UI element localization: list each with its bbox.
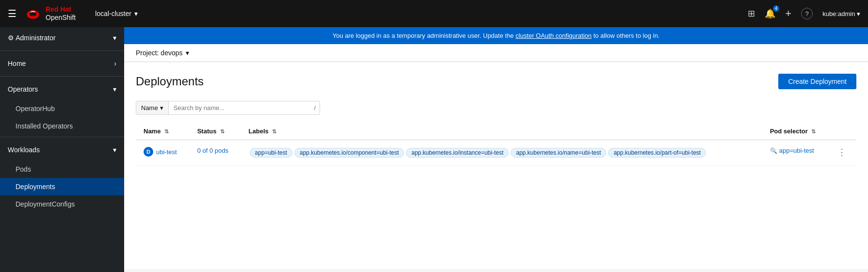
brand-name: Red Hat (46, 5, 76, 14)
operators-chevron-icon: ▾ (113, 85, 116, 93)
notification-badge: 4 (773, 5, 780, 12)
sidebar-item-deploymentconfigs[interactable]: DeploymentConfigs (0, 195, 124, 213)
project-chevron-icon[interactable]: ▾ (186, 49, 189, 57)
filter-bar: Name ▾ / (136, 101, 320, 115)
col-actions (830, 123, 856, 140)
filter-slash: / (310, 101, 320, 114)
sidebar-item-workloads[interactable]: Workloads ▾ (0, 139, 124, 160)
filter-type-selector[interactable]: Name ▾ (136, 101, 169, 114)
redhat-logo-icon (24, 5, 42, 22)
search-input[interactable] (169, 101, 310, 114)
filter-type-label: Name (141, 104, 158, 112)
grid-icon[interactable]: ⊞ (748, 8, 755, 19)
create-deployment-button[interactable]: Create Deployment (778, 74, 856, 89)
pod-selector-search-icon: 🔍 (770, 147, 777, 154)
sidebar-admin-header[interactable]: ⚙ Administrator ▾ (0, 27, 124, 48)
project-bar: Project: devops ▾ (124, 44, 868, 62)
label-badge[interactable]: app.kubernetes.io/instance=ubi-test (406, 148, 509, 158)
sidebar-item-deployments[interactable]: Deployments (0, 178, 124, 195)
brand-sub: OpenShift (46, 14, 76, 22)
cell-actions: ⋮ (830, 140, 856, 166)
main-content: You are logged in as a temporary adminis… (124, 27, 868, 272)
status-link[interactable]: 0 of 0 pods (197, 147, 228, 154)
sidebar-item-pods[interactable]: Pods (0, 160, 124, 178)
sidebar-item-home[interactable]: Home › (0, 53, 124, 74)
status-sort-icon: ⇅ (220, 128, 225, 134)
sidebar-item-operatorhub[interactable]: OperatorHub (0, 100, 124, 117)
col-pod-selector[interactable]: Pod selector ⇅ (762, 123, 830, 140)
content-area: Deployments Create Deployment Name ▾ / N… (124, 62, 868, 269)
labels-sort-icon: ⇅ (272, 128, 276, 134)
user-menu[interactable]: kube:admin ▾ (822, 10, 860, 17)
admin-chevron-icon: ▾ (113, 34, 116, 42)
workloads-chevron-icon: ▾ (113, 146, 116, 154)
cluster-name: local-cluster (95, 10, 131, 17)
cell-status: 0 of 0 pods (190, 140, 241, 166)
banner-text-after: to allow others to log in. (594, 32, 660, 39)
pod-selector-link[interactable]: 🔍app=ubi-test (770, 147, 822, 154)
cell-labels: app=ubi-testapp.kubernetes.io/component=… (241, 140, 762, 166)
deployment-icon: D (144, 147, 153, 157)
table-header: Name ⇅ Status ⇅ Labels ⇅ Pod selector ⇅ (136, 123, 856, 140)
label-badge[interactable]: app.kubernetes.io/component=ubi-test (294, 148, 404, 158)
brand-logo: Red Hat OpenShift (24, 5, 76, 22)
name-sort-icon: ⇅ (164, 128, 169, 134)
table-body: Dubi-test0 of 0 podsapp=ubi-testapp.kube… (136, 140, 856, 166)
admin-banner: You are logged in as a temporary adminis… (124, 27, 868, 44)
pod-selector-sort-icon: ⇅ (811, 128, 816, 134)
kebab-menu-icon[interactable]: ⋮ (837, 147, 846, 157)
sidebar: ⚙ Administrator ▾ Home › Operators ▾ Ope… (0, 27, 124, 272)
svg-rect-2 (30, 12, 36, 16)
banner-text-before: You are logged in as a temporary adminis… (333, 32, 515, 39)
label-badge[interactable]: app.kubernetes.io/part-of=ubi-test (608, 148, 706, 158)
sidebar-item-operators[interactable]: Operators ▾ (0, 79, 124, 100)
help-icon[interactable]: ? (801, 8, 813, 19)
col-name[interactable]: Name ⇅ (136, 123, 190, 140)
label-badge[interactable]: app=ubi-test (250, 148, 292, 158)
cell-name: Dubi-test (136, 140, 190, 166)
sidebar-item-installed-operators[interactable]: Installed Operators (0, 117, 124, 135)
notifications-icon[interactable]: 🔔4 (765, 8, 775, 19)
label-badge[interactable]: app.kubernetes.io/name=ubi-test (511, 148, 606, 158)
table-row: Dubi-test0 of 0 podsapp=ubi-testapp.kube… (136, 140, 856, 166)
page-title: Deployments (136, 75, 204, 88)
top-navigation: ☰ Red Hat OpenShift local-cluster ▾ ⊞ 🔔4… (0, 0, 868, 27)
oauth-config-link[interactable]: cluster OAuth configuration (515, 32, 592, 39)
add-icon[interactable]: + (785, 7, 791, 20)
col-labels[interactable]: Labels ⇅ (241, 123, 762, 140)
deployment-link[interactable]: Dubi-test (144, 147, 182, 157)
home-chevron-icon: › (114, 60, 116, 67)
cluster-selector[interactable]: local-cluster ▾ (95, 10, 138, 17)
cell-pod-selector: 🔍app=ubi-test (762, 140, 830, 166)
filter-type-chevron-icon: ▾ (160, 104, 163, 112)
project-label: Project: devops (136, 49, 183, 57)
page-header: Deployments Create Deployment (136, 74, 856, 89)
deployments-table: Name ⇅ Status ⇅ Labels ⇅ Pod selector ⇅ (136, 123, 856, 166)
cluster-chevron-icon: ▾ (134, 10, 138, 17)
hamburger-icon[interactable]: ☰ (8, 8, 16, 19)
col-status[interactable]: Status ⇅ (190, 123, 241, 140)
